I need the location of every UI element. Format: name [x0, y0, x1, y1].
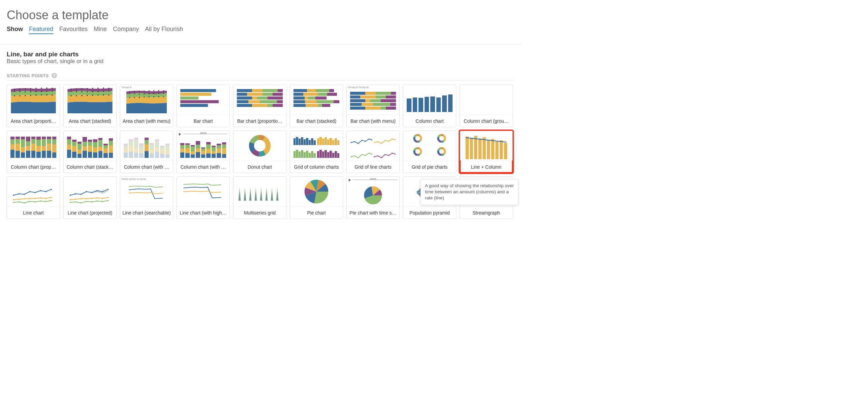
- template-card-bar[interactable]: Bar chart: [177, 85, 230, 127]
- svg-point-64: [129, 97, 130, 98]
- svg-rect-109: [504, 143, 507, 159]
- svg-rect-107: [495, 142, 498, 159]
- svg-point-29: [97, 88, 98, 89]
- svg-point-157: [107, 200, 108, 201]
- template-card-pie[interactable]: Pie chart: [290, 176, 343, 219]
- svg-point-80: [377, 141, 378, 142]
- svg-point-126: [13, 202, 14, 203]
- svg-rect-100: [466, 137, 469, 159]
- tab-favourites[interactable]: Favourites: [59, 26, 88, 33]
- tab-mine[interactable]: Mine: [94, 26, 107, 33]
- svg-point-150: [69, 202, 71, 203]
- template-thumbnail: [177, 85, 229, 115]
- help-icon[interactable]: ?: [52, 73, 57, 78]
- template-card-line-searchable[interactable]: Enter series to showLine chart (searchab…: [120, 176, 173, 219]
- template-card-area-proportional[interactable]: Area chart (proporti…: [7, 85, 60, 127]
- template-card-multiseries-grid[interactable]: Multiseries grid: [233, 176, 286, 219]
- svg-point-98: [392, 153, 393, 154]
- svg-point-65: [134, 97, 135, 98]
- svg-point-42: [81, 95, 82, 96]
- tab-company[interactable]: Company: [113, 26, 139, 33]
- template-caption: Grid of column charts: [290, 161, 343, 173]
- tab-all-by-flourish[interactable]: All by Flourish: [145, 26, 183, 33]
- svg-point-28: [92, 88, 93, 89]
- template-thumbnail: [403, 131, 456, 161]
- template-card-column-with-2[interactable]: 2019Column chart (with …: [177, 131, 230, 173]
- svg-point-144: [80, 198, 82, 199]
- template-card-grid-column[interactable]: Grid of column charts: [290, 131, 343, 173]
- template-thumbnail: 2019: [347, 177, 399, 206]
- template-caption: Grid of pie charts: [403, 161, 456, 173]
- svg-point-110: [13, 195, 14, 196]
- svg-point-16: [14, 95, 15, 96]
- svg-point-79: [374, 142, 375, 143]
- template-card-line-highlight[interactable]: Line chart (with high…: [177, 176, 230, 219]
- svg-point-137: [86, 191, 87, 192]
- svg-point-34: [81, 91, 82, 92]
- svg-point-6: [46, 88, 47, 89]
- template-thumbnail: Enter series to show: [120, 177, 173, 206]
- svg-point-156: [102, 201, 103, 202]
- template-card-bar-proportional[interactable]: Bar chart (proportio…: [233, 85, 286, 127]
- template-card-line-projected[interactable]: Line chart (projected): [63, 176, 117, 219]
- template-card-area-menu[interactable]: Group AArea chart (with menu): [120, 85, 173, 127]
- template-card-column-stacked[interactable]: Column chart (stack…: [63, 131, 117, 173]
- svg-point-67: [144, 96, 145, 97]
- svg-point-40: [70, 95, 71, 96]
- template-caption: Area chart (stacked): [64, 115, 116, 127]
- svg-point-45: [97, 94, 98, 95]
- tab-featured[interactable]: Featured: [29, 26, 53, 34]
- svg-point-46: [103, 94, 104, 95]
- template-thumbnail: [7, 177, 60, 206]
- svg-rect-102: [474, 136, 477, 159]
- template-caption: Column chart: [403, 115, 456, 127]
- svg-point-151: [75, 201, 76, 203]
- template-card-column-proportional[interactable]: Column chart (prop…: [7, 131, 60, 173]
- thumbnail-label: Group A: [122, 86, 131, 89]
- template-card-line-column[interactable]: Line + Column: [460, 131, 513, 173]
- template-card-column[interactable]: Column chart: [403, 85, 456, 127]
- svg-point-58: [139, 93, 140, 94]
- template-card-column-with-1[interactable]: Column chart (with …: [120, 131, 173, 173]
- svg-point-116: [45, 191, 46, 192]
- starting-points-label: STARTING POINTS: [7, 73, 49, 78]
- svg-point-141: [107, 189, 108, 190]
- svg-point-120: [24, 198, 25, 199]
- svg-point-61: [153, 93, 154, 94]
- svg-point-53: [153, 90, 154, 91]
- template-card-pie-time[interactable]: 2019Pie chart with time s…: [346, 176, 400, 219]
- template-caption: Population pyramid: [403, 206, 456, 219]
- filter-tabs: Show Featured Favourites Mine Company Al…: [7, 26, 515, 34]
- svg-point-24: [70, 88, 71, 89]
- template-caption: Column chart (with …: [177, 161, 229, 173]
- svg-point-49: [134, 91, 135, 92]
- template-card-donut[interactable]: Donut chart: [233, 131, 286, 173]
- template-caption: Bar chart (proportio…: [234, 115, 286, 127]
- template-card-bar-menu[interactable]: Group A Group BBar chart (with menu): [346, 85, 400, 127]
- svg-point-90: [365, 155, 366, 156]
- svg-point-56: [129, 93, 130, 94]
- template-card-grid-pie[interactable]: Grid of pie charts: [403, 131, 456, 173]
- svg-point-77: [369, 138, 370, 139]
- svg-point-19: [30, 95, 31, 96]
- template-card-bar-stacked[interactable]: Bar chart (stacked): [290, 85, 343, 127]
- template-caption: Area chart (proporti…: [7, 115, 60, 127]
- template-card-area-stacked[interactable]: Area chart (stacked): [63, 85, 117, 127]
- svg-rect-103: [478, 138, 482, 159]
- svg-point-18: [25, 95, 26, 96]
- template-caption: Streamgraph: [460, 206, 513, 219]
- svg-point-128: [24, 202, 25, 203]
- svg-point-135: [75, 193, 76, 195]
- template-thumbnail: [460, 131, 513, 161]
- template-card-line[interactable]: Line chart: [7, 176, 60, 219]
- svg-point-152: [80, 202, 82, 203]
- template-thumbnail: [64, 85, 116, 115]
- template-card-grid-line[interactable]: Grid of line charts: [346, 131, 400, 173]
- svg-point-149: [107, 197, 108, 198]
- svg-point-68: [149, 96, 150, 97]
- svg-point-124: [45, 198, 46, 199]
- template-card-column-grouped[interactable]: Column chart (grou…: [460, 85, 513, 127]
- svg-point-145: [86, 198, 87, 199]
- svg-point-37: [97, 91, 98, 92]
- svg-point-15: [52, 90, 53, 91]
